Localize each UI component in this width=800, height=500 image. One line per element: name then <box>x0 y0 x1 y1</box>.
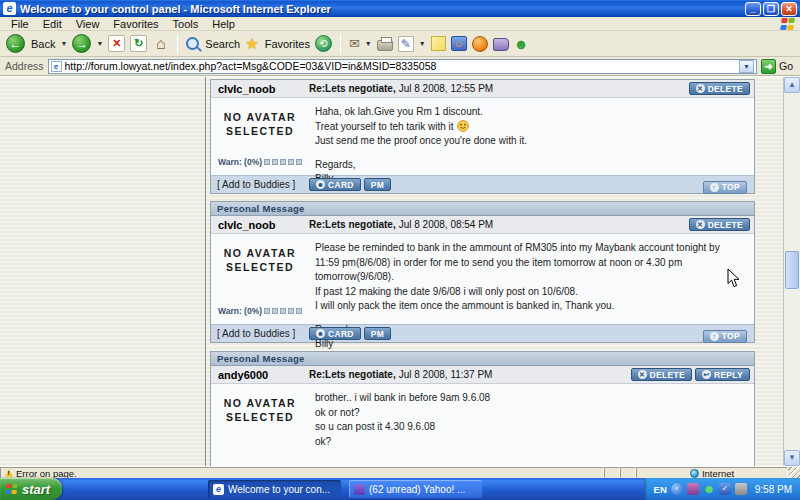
sticky-note-icon[interactable] <box>431 36 446 51</box>
menu-view[interactable]: View <box>69 18 107 30</box>
smiley-icon <box>457 120 469 132</box>
no-avatar-placeholder: NO AVATARSELECTED <box>224 396 296 424</box>
toolbar: ← Back ▼ → ▼ ✕ ↻ ⌂ Search ★ Favorites ⟲ … <box>0 31 800 57</box>
avatar-cell: NO AVATARSELECTED Warn: (0%) <box>211 234 309 324</box>
research-icon[interactable] <box>493 38 509 51</box>
no-avatar-placeholder: NO AVATARSELECTED <box>224 110 296 138</box>
home-button[interactable]: ⌂ <box>152 35 169 52</box>
address-input[interactable]: e http://forum.lowyat.net/index.php?act=… <box>48 59 757 74</box>
address-dropdown-button[interactable]: ▼ <box>739 60 754 73</box>
delete-button[interactable]: ✕DELETE <box>631 368 692 381</box>
reply-button[interactable]: ↩REPLY <box>695 368 750 381</box>
task-button-yahoo[interactable]: (62 unread) Yahoo! ... <box>349 480 482 498</box>
security-tray-icon[interactable]: ✓ <box>719 483 731 495</box>
start-button[interactable]: start <box>0 478 62 500</box>
back-icon: ← <box>6 34 25 53</box>
add-to-buddies-link[interactable]: [ Add to Buddies ] <box>211 179 309 190</box>
titlebar: e Welcome to your control panel - Micros… <box>0 0 800 17</box>
history-button[interactable]: ⟲ <box>315 35 332 52</box>
go-button[interactable]: ➜ Go <box>761 59 797 74</box>
back-dropdown-icon[interactable]: ▼ <box>60 40 67 47</box>
mail-button[interactable]: ✉ ▼ <box>349 36 372 51</box>
menu-tools[interactable]: Tools <box>166 18 206 30</box>
go-arrow-icon: ➜ <box>761 59 776 74</box>
card-person-icon: ☻ <box>316 329 325 338</box>
back-button[interactable]: ← Back ▼ <box>6 34 67 53</box>
print-button[interactable] <box>377 40 393 51</box>
personal-message-block-3: Personal Message andy6000 Re:Lets negoti… <box>210 351 755 466</box>
delete-x-icon: ✕ <box>696 220 705 229</box>
add-to-buddies-link[interactable]: [ Add to Buddies ] <box>211 328 309 339</box>
buddy-online-icon[interactable]: ☻ <box>703 483 715 495</box>
message-header: cIvIc_noob Re:Lets negotiate,Jul 8 2008,… <box>211 216 754 234</box>
message-subject: Re:Lets negotiate,Jul 8 2008, 12:55 PM <box>309 83 493 94</box>
menu-favorites[interactable]: Favorites <box>106 18 165 30</box>
messenger-icon[interactable]: ☺ <box>451 36 467 51</box>
addressbar: Address e http://forum.lowyat.net/index.… <box>0 57 800 76</box>
orange-globe-icon[interactable] <box>472 36 488 52</box>
resize-grip[interactable] <box>788 467 800 478</box>
card-person-icon: ☻ <box>316 180 325 189</box>
mail-dropdown-icon[interactable]: ▼ <box>365 40 372 47</box>
ie-task-icon: e <box>213 484 224 495</box>
start-flag-icon <box>5 484 19 495</box>
message-text: Please be reminded to bank in the ammoun… <box>309 234 754 324</box>
pm-button[interactable]: PM <box>364 327 391 340</box>
menu-edit[interactable]: Edit <box>36 18 69 30</box>
scrollbar-down-button[interactable]: ▼ <box>784 450 800 466</box>
scrollbar-up-button[interactable]: ▲ <box>784 77 800 93</box>
edit-button[interactable]: ✎ ▼ <box>398 36 426 52</box>
restore-button[interactable]: ❐ <box>763 2 779 16</box>
delete-button[interactable]: ✕DELETE <box>689 82 750 95</box>
menu-file[interactable]: File <box>4 18 36 30</box>
top-button[interactable]: ↑TOP <box>703 330 747 343</box>
messenger-tray-icon[interactable] <box>687 483 699 495</box>
card-button[interactable]: ☻CARD <box>309 178 361 191</box>
edit-icon: ✎ <box>398 36 414 52</box>
address-url: http://forum.lowyat.net/index.php?act=Ms… <box>65 60 736 72</box>
menu-help[interactable]: Help <box>205 18 242 30</box>
message-body: NO AVATARSELECTED brother.. i wil bank i… <box>211 384 754 466</box>
personal-message-block-1: cIvIc_noob Re:Lets negotiate,Jul 8 2008,… <box>210 79 755 194</box>
no-avatar-placeholder: NO AVATARSELECTED <box>224 246 296 274</box>
search-button[interactable]: Search <box>186 37 240 50</box>
clock[interactable]: 9:58 PM <box>755 484 792 495</box>
message-text: Haha, ok lah.Give you Rm 1 discount. Tre… <box>309 98 754 175</box>
windows-logo-icon <box>780 18 798 30</box>
language-indicator[interactable]: EN <box>654 484 667 495</box>
ie-logo-icon: e <box>3 2 16 15</box>
message-header: cIvIc_noob Re:Lets negotiate,Jul 8 2008,… <box>211 80 754 98</box>
msn-buddy-icon[interactable]: ☻ <box>514 36 529 52</box>
stop-button[interactable]: ✕ <box>108 35 125 52</box>
message-body: NO AVATARSELECTED Warn: (0%) Haha, ok la… <box>211 98 754 175</box>
message-body: NO AVATARSELECTED Warn: (0%) Please be r… <box>211 234 754 324</box>
task-button-ie[interactable]: e Welcome to your con... <box>208 480 341 498</box>
volume-tray-icon[interactable] <box>735 483 747 495</box>
left-empty-panel <box>0 77 206 466</box>
forward-button[interactable]: → ▼ <box>72 34 103 53</box>
language-options-icon[interactable]: ‹ <box>671 483 683 495</box>
card-button[interactable]: ☻CARD <box>309 327 361 340</box>
favorites-button[interactable]: ★ Favorites <box>245 35 310 53</box>
system-tray: EN ‹ ☻ ✓ 9:58 PM <box>644 478 800 500</box>
menubar: File Edit View Favorites Tools Help <box>0 17 800 31</box>
personal-message-block-2: Personal Message cIvIc_noob Re:Lets nego… <box>210 201 755 343</box>
vertical-scrollbar[interactable]: ▲ ▼ <box>783 77 800 466</box>
scrollbar-track[interactable] <box>784 93 800 450</box>
minimize-button[interactable]: _ <box>745 2 761 16</box>
forward-dropdown-icon[interactable]: ▼ <box>96 40 103 47</box>
close-button[interactable]: ✕ <box>781 2 797 16</box>
scrollbar-thumb[interactable] <box>785 251 799 289</box>
delete-button[interactable]: ✕DELETE <box>689 218 750 231</box>
reply-arrow-icon: ↩ <box>702 370 711 379</box>
refresh-button[interactable]: ↻ <box>130 35 147 52</box>
pm-button[interactable]: PM <box>364 178 391 191</box>
toolbar-separator <box>177 34 178 54</box>
message-header: andy6000 Re:Lets negotiate,Jul 8 2008, 1… <box>211 366 754 384</box>
top-button[interactable]: ↑TOP <box>703 181 747 194</box>
internet-globe-icon <box>690 469 699 478</box>
quick-launch-area <box>62 478 208 500</box>
error-warning-icon <box>5 469 13 477</box>
author-name: cIvIc_noob <box>211 219 309 231</box>
edit-dropdown-icon[interactable]: ▼ <box>419 40 426 47</box>
